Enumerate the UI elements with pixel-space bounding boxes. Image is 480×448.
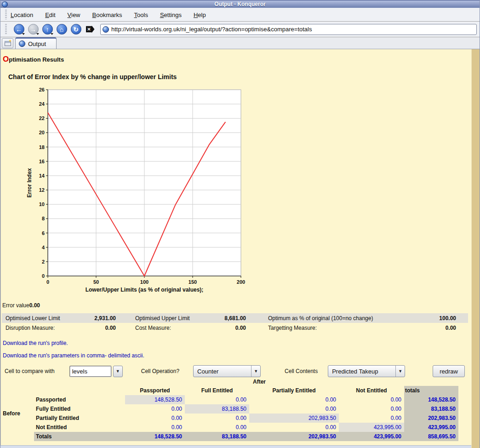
matrix-cell: 0.00 [249, 423, 339, 432]
new-tab-button[interactable]: ✶ [2, 38, 13, 48]
matrix-cell: 83,188.50 [185, 404, 249, 414]
stop-icon: ✕ [86, 26, 95, 33]
svg-text:24: 24 [39, 101, 45, 107]
matrix-cell: 0.00 [125, 404, 185, 414]
location-bar[interactable] [100, 24, 477, 35]
compare-controls: Cell to compare with levels ▼ Cell Opera… [1, 365, 471, 378]
window-title: Output - Konqueror [0, 1, 480, 7]
menu-edit[interactable]: Edit [45, 11, 55, 18]
window-bottom-edge [0, 445, 471, 448]
forward-dropdown-arrow[interactable] [36, 33, 39, 35]
menu-help[interactable]: Help [194, 11, 206, 18]
error-value: 0.00 [29, 302, 40, 309]
tab-label: Output [28, 40, 46, 47]
stat-label: Optimised Upper Limit [118, 315, 190, 322]
matrix-row-header: Totals [34, 432, 125, 441]
back-dropdown-arrow[interactable] [22, 33, 25, 35]
download-link-1[interactable]: Download the run's profile. [3, 340, 471, 346]
konqueror-window: Output - Konqueror LocationEditViewBookm… [0, 0, 480, 448]
tab-favicon [19, 40, 25, 47]
matrix-after-label: After [253, 379, 471, 385]
up-button[interactable]: ↑ [41, 23, 53, 35]
page-scrollbar[interactable] [471, 49, 480, 448]
reload-button[interactable]: ↻ [70, 23, 82, 35]
svg-text:150: 150 [189, 279, 197, 285]
matrix-col-header: Partially Entitled [249, 386, 339, 395]
url-input[interactable] [111, 26, 474, 33]
stat-label: Optimised Lower Limit [2, 315, 60, 322]
konqueror-app-icon [2, 1, 8, 7]
tab-output[interactable]: Output [15, 37, 57, 49]
chart-title: Chart of Error Index by % change in uppe… [8, 73, 471, 80]
operation-select-value: Counter [194, 368, 251, 375]
redraw-button[interactable]: redraw [433, 365, 465, 377]
matrix-cell: 148,528.50 [404, 395, 458, 404]
matrix-cell: 0.00 [185, 423, 249, 432]
menubar-drag-handle[interactable] [5, 10, 7, 19]
operation-select[interactable]: Counter ▼ [193, 365, 261, 377]
error-index-line-chart: 02468101214161820222426050100150200Error… [25, 86, 246, 293]
menu-settings[interactable]: Settings [160, 11, 182, 18]
compare-combo-arrow-icon[interactable]: ▼ [113, 366, 123, 377]
optimisation-stats: Optimised Lower Limit2,931.00Optimised U… [2, 313, 468, 333]
matrix-col-header: Not Entitled [339, 386, 404, 395]
matrix-cell: 0.00 [125, 423, 185, 432]
matrix-cell: 423,995.00 [339, 423, 404, 432]
svg-text:14: 14 [39, 173, 45, 178]
stat-value: 0.00 [235, 325, 248, 331]
stop-button[interactable]: ✕ [84, 23, 96, 35]
chart-container: 02468101214161820222426050100150200Error… [25, 86, 471, 295]
stat-label: Optimum as % of original (100=no change) [248, 315, 373, 322]
menu-view[interactable]: View [68, 11, 80, 18]
before-after-matrix: PassportedFull EntitledPartially Entitle… [1, 386, 471, 441]
matrix-cell: 202,983.50 [404, 414, 458, 423]
stat-label: Disruption Measure: [2, 325, 55, 331]
matrix-col-header: Full Entitled [185, 386, 249, 395]
svg-text:22: 22 [39, 115, 45, 121]
navigation-toolbar: ← → ↑ ⌂ ↻ ✕ [0, 22, 480, 37]
matrix-cell: 202,983.50 [249, 414, 339, 423]
svg-text:6: 6 [42, 230, 45, 236]
matrix-cell: 148,528.50 [125, 395, 185, 404]
matrix-cell: 0.00 [125, 414, 185, 423]
menu-tools[interactable]: Tools [134, 11, 148, 18]
matrix-cell: 0.00 [339, 404, 404, 414]
stat-value: 0.00 [446, 325, 468, 331]
compare-label: Cell to compare with [5, 368, 55, 374]
svg-text:20: 20 [39, 130, 45, 135]
matrix-col-header: totals [404, 386, 458, 395]
stat-value: 2,931.00 [94, 315, 118, 322]
menu-location[interactable]: Location [11, 11, 33, 18]
back-button[interactable]: ← [13, 23, 25, 35]
home-button[interactable]: ⌂ [56, 23, 68, 35]
matrix-cell: 858,695.50 [404, 432, 458, 441]
menu-bookmarks[interactable]: Bookmarks [92, 11, 122, 18]
stat-value: 8,681.00 [224, 315, 248, 322]
compare-combo-value[interactable]: levels [69, 366, 112, 377]
toolbar-drag-handle[interactable] [5, 24, 7, 34]
matrix-cell: 202,983.50 [249, 432, 339, 441]
compare-combo[interactable]: levels ▼ [69, 366, 123, 377]
svg-text:18: 18 [39, 144, 45, 150]
contents-select[interactable]: Predicted Takeup ▼ [328, 365, 405, 377]
stats-row: Disruption Measure:0.00Cost Measure:0.00… [2, 323, 468, 333]
page-content: Optimisation Results Chart of Error Inde… [0, 49, 471, 445]
matrix-cell: 0.00 [339, 414, 404, 423]
stat-value: 100.00 [439, 315, 468, 322]
contents-label: Cell Contents [285, 368, 318, 374]
stats-row: Optimised Lower Limit2,931.00Optimised U… [2, 313, 468, 323]
up-dropdown-arrow[interactable] [51, 33, 53, 35]
download-link-2[interactable]: Download the run's parameters in comma- … [3, 352, 471, 359]
matrix-cell: 83,188.50 [404, 404, 458, 414]
tab-bar: ✶ Output [0, 37, 480, 49]
matrix-row-header: Passported [34, 395, 125, 404]
matrix-cell: 0.00 [185, 414, 249, 423]
forward-button[interactable]: → [27, 23, 39, 35]
page-title: Optimisation Results [3, 55, 471, 64]
matrix-cell: 0.00 [249, 404, 339, 414]
title-bar[interactable]: Output - Konqueror [0, 0, 480, 8]
menu-bar: LocationEditViewBookmarksToolsSettingsHe… [0, 8, 480, 22]
operation-select-arrow-icon: ▼ [251, 366, 260, 377]
svg-text:4: 4 [42, 245, 45, 250]
svg-text:12: 12 [39, 187, 45, 193]
